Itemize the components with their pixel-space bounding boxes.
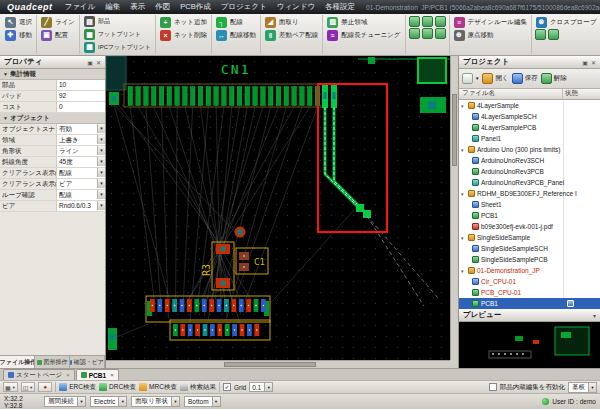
collapse-icon[interactable]: ▾ bbox=[593, 312, 596, 319]
toolbar-icon[interactable] bbox=[409, 16, 420, 27]
place-button[interactable]: ▣配置 bbox=[40, 29, 76, 41]
close-icon[interactable]: ✕ bbox=[96, 59, 101, 66]
ipc-footprint-button[interactable]: ▩IPCフットプリント bbox=[83, 41, 152, 53]
toolbar-icon[interactable] bbox=[435, 16, 446, 27]
tree-row[interactable]: ArduinoUnoRev3PCB_Panel bbox=[459, 177, 600, 188]
menu-window[interactable]: ウィンドウ bbox=[272, 2, 320, 12]
tree-row[interactable]: Panel1 bbox=[459, 133, 600, 144]
expander-icon[interactable]: ▾ bbox=[461, 268, 468, 274]
route-move-button[interactable]: ↔配線移動 bbox=[215, 29, 257, 41]
horizontal-scrollbar[interactable] bbox=[106, 360, 450, 368]
tree-row[interactable]: 4LayerSampleSCH bbox=[459, 111, 600, 122]
menu-draw[interactable]: 作図 bbox=[150, 2, 175, 12]
menu-settings[interactable]: 各種設定 bbox=[320, 2, 360, 12]
tree-row[interactable]: SingleSideSampleSCH bbox=[459, 243, 600, 254]
dropdown-icon[interactable]: ▼ bbox=[97, 124, 105, 133]
trace-end-pad[interactable] bbox=[363, 210, 371, 218]
tree-row-selected[interactable]: PCB1 bbox=[459, 298, 600, 309]
vertical-scrollbar[interactable] bbox=[450, 56, 458, 360]
tree-row[interactable]: ▾RDHM_BD9E300EFJ_Reference I bbox=[459, 188, 600, 199]
toolbar-icon[interactable] bbox=[422, 16, 433, 27]
prop-row[interactable]: 斜線角度45度▼ bbox=[0, 157, 105, 168]
pin-icon[interactable]: ▣ bbox=[87, 59, 93, 66]
erc-check-button[interactable]: ERC検査 bbox=[59, 383, 96, 392]
scrollbar-thumb[interactable] bbox=[452, 94, 457, 166]
expander-icon[interactable]: ▾ bbox=[461, 235, 468, 241]
dropdown-icon[interactable]: ▼ bbox=[97, 168, 105, 177]
menu-file[interactable]: ファイル bbox=[60, 2, 101, 12]
search-results-button[interactable]: 検索結果 bbox=[180, 383, 216, 392]
tree-row[interactable]: PCB1 bbox=[459, 210, 600, 221]
menu-edit[interactable]: 編集 bbox=[100, 2, 125, 12]
prop-row[interactable]: ループ確認配線▼ bbox=[0, 190, 105, 201]
record-icon[interactable]: ● bbox=[38, 382, 52, 392]
tree-row[interactable]: PCB_CPU-01 bbox=[459, 287, 600, 298]
part-button[interactable]: ▤部品 bbox=[83, 16, 152, 28]
close-tab-icon[interactable]: × bbox=[110, 372, 114, 378]
project-file-tree[interactable]: ▾4LayerSample 4LayerSampleSCH 4LayerSamp… bbox=[459, 100, 600, 309]
select-button[interactable]: ↖選択 bbox=[4, 16, 33, 28]
pcb-canvas[interactable]: CN1 R3 C1 bbox=[106, 56, 450, 360]
line-button[interactable]: ╱ライン bbox=[40, 16, 76, 28]
layer-set-dropdown[interactable]: ◫▼ bbox=[21, 382, 36, 392]
prop-row[interactable]: クリアランス表示(ビア)ビア▼ bbox=[0, 179, 105, 190]
toolbar-icon[interactable] bbox=[422, 28, 433, 39]
net-add-button[interactable]: +ネット追加 bbox=[159, 16, 208, 28]
footprint-button[interactable]: ▦フットプリント bbox=[83, 29, 152, 41]
diff-pair-button[interactable]: ‖差動ペア配線 bbox=[264, 29, 319, 41]
move-button[interactable]: ✚移動 bbox=[4, 29, 33, 41]
origin-move-button[interactable]: ⊕原点移動 bbox=[453, 29, 528, 41]
tree-row[interactable]: ArduinoUnoRev3SCH bbox=[459, 155, 600, 166]
open-button[interactable]: 開く bbox=[482, 73, 508, 84]
keepout-button[interactable]: ▨禁止領域 bbox=[326, 16, 401, 28]
scrollbar-thumb[interactable] bbox=[224, 362, 316, 367]
toolbar-icon[interactable] bbox=[535, 29, 546, 40]
net-delete-button[interactable]: ×ネット削除 bbox=[159, 29, 208, 41]
layer-visibility-dropdown[interactable]: ▦▼ bbox=[3, 382, 18, 392]
active-layer-select[interactable]: Bottom▼ bbox=[184, 396, 221, 407]
route-button[interactable]: ┐配線 bbox=[215, 16, 257, 28]
section-summary[interactable]: ▼集計情報 bbox=[0, 69, 105, 80]
tree-row[interactable]: Cir_CPU-01 bbox=[459, 276, 600, 287]
menu-view[interactable]: 表示 bbox=[125, 2, 150, 12]
length-tuning-button[interactable]: ≈配線長チューニング bbox=[326, 29, 401, 41]
grid-checkbox[interactable]: ✓ bbox=[223, 383, 231, 391]
tab-shape-operations[interactable]: 図形操作 bbox=[35, 356, 70, 368]
board-select[interactable]: 基板▼ bbox=[568, 382, 597, 393]
layer-connection-select[interactable]: 層間接続▼ bbox=[44, 396, 86, 407]
chamfer-button[interactable]: ◢面取り bbox=[264, 16, 319, 28]
pin-icon[interactable]: ▣ bbox=[582, 59, 588, 66]
tree-row[interactable]: 4LayerSamplePCB bbox=[459, 122, 600, 133]
tree-row[interactable]: SingleSideSamplePCB bbox=[459, 254, 600, 265]
release-button[interactable]: 解除 bbox=[541, 73, 567, 84]
grid-size-input[interactable]: 0.1▼ bbox=[249, 382, 273, 392]
tree-row[interactable]: ▾Arduino Uno (300 pins limits) bbox=[459, 144, 600, 155]
tab-check-via[interactable]: 確認・ビア bbox=[70, 356, 105, 368]
tree-row[interactable]: ▾4LayerSample bbox=[459, 100, 600, 111]
tree-row[interactable]: ▾SingleSideSample bbox=[459, 232, 600, 243]
tree-row[interactable]: b09e300efj-evk-001-j.pdf bbox=[459, 221, 600, 232]
tree-row-open-project[interactable]: ▾01-Demonstration_JP bbox=[459, 265, 600, 276]
prop-row[interactable]: クリアランス表示(配線)配線▼ bbox=[0, 168, 105, 179]
toolbar-icon[interactable] bbox=[435, 28, 446, 39]
tree-row[interactable]: Sheet1 bbox=[459, 199, 600, 210]
dropdown-icon[interactable]: ▼ bbox=[97, 157, 105, 166]
cross-probe-button[interactable]: ⊗クロスプローブ bbox=[535, 16, 597, 28]
toolbar-icon[interactable] bbox=[548, 29, 559, 40]
close-icon[interactable]: ✕ bbox=[591, 59, 596, 66]
tree-row[interactable]: ArduinoUnoRev3PCB bbox=[459, 166, 600, 177]
column-filename[interactable]: ファイル名 bbox=[459, 89, 563, 99]
chamfer-shape-select[interactable]: 面取り形状▼ bbox=[131, 396, 180, 407]
prop-row[interactable]: 角形状ライン▼ bbox=[0, 146, 105, 157]
dropdown-icon[interactable]: ▼ bbox=[97, 146, 105, 155]
tab-pcb1[interactable]: PCB1× bbox=[76, 369, 119, 380]
new-project-button[interactable]: ▼ bbox=[462, 73, 479, 84]
menu-project[interactable]: プロジェクト bbox=[216, 2, 272, 12]
prop-row[interactable]: オブジェクトスナップ有効▼ bbox=[0, 124, 105, 135]
dropdown-icon[interactable]: ▼ bbox=[97, 179, 105, 188]
dropdown-icon[interactable]: ▼ bbox=[97, 190, 105, 199]
dropdown-icon[interactable]: ▼ bbox=[97, 201, 105, 210]
dropdown-icon[interactable]: ▼ bbox=[97, 135, 105, 144]
prop-row[interactable]: ビアRnd0.6/0.3▼ bbox=[0, 201, 105, 212]
tab-file-operations[interactable]: ファイル操作 bbox=[0, 356, 35, 368]
